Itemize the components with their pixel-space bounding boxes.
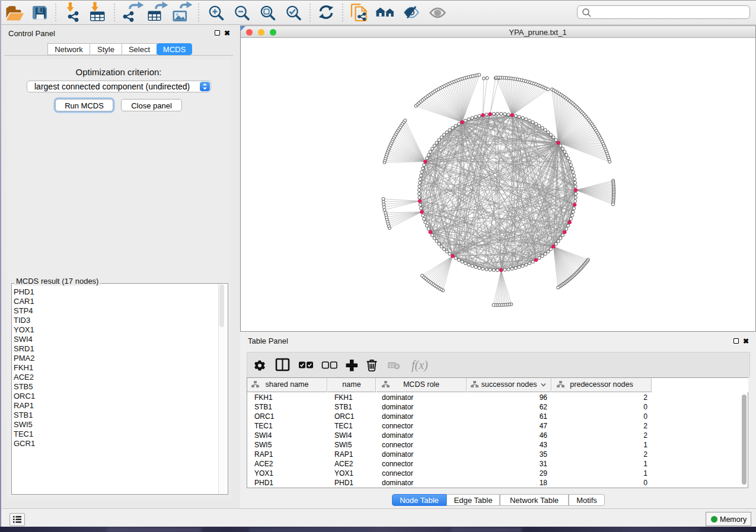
svg-text:f(x): f(x) <box>412 358 428 372</box>
